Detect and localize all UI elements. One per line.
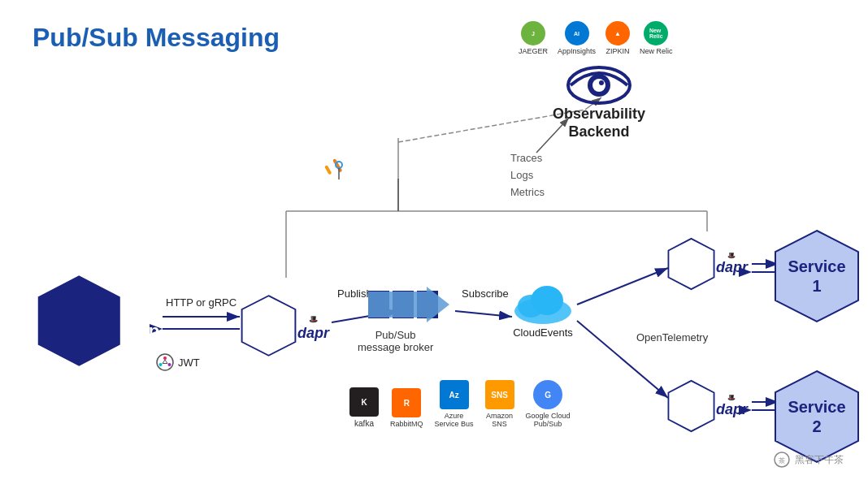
svg-marker-35	[668, 239, 714, 289]
svg-marker-30	[242, 296, 296, 356]
svg-line-7	[577, 268, 668, 305]
dapr-center-shape	[240, 276, 297, 375]
broker-arrow-container	[368, 287, 449, 326]
service2-hex: Service2	[772, 368, 861, 465]
service2-label: Service2	[788, 398, 845, 435]
svg-line-27	[163, 360, 165, 364]
brand-rabbitmq: R RabbitMQ	[390, 388, 423, 428]
broker-text: Pub/Submessage broker	[358, 329, 433, 353]
broker-arrow-svg	[368, 287, 449, 322]
dapr-top-shape	[666, 219, 716, 309]
svg-marker-31	[368, 287, 449, 322]
brand-azure-service-bus: Az AzureService Bus	[435, 380, 474, 428]
metrics-label: Metrics	[510, 184, 545, 201]
jwt-label: JWT	[178, 357, 200, 369]
your-app-hex: YourApp	[36, 252, 162, 390]
cloud-events-label: CloudEvents	[513, 326, 573, 339]
svg-point-26	[168, 363, 171, 366]
brand-zipkin: ▲ ZIPKIN	[605, 21, 630, 55]
logs-label: Logs	[510, 167, 545, 184]
eye-icon	[566, 57, 631, 106]
http-grpc-label: HTTP or gRPC	[166, 296, 237, 309]
svg-point-24	[163, 357, 167, 360]
dapr-top-label: dapr	[716, 259, 748, 275]
your-app-label: YourApp	[123, 300, 162, 343]
brand-appinsights: AI AppInsights	[558, 21, 596, 55]
dapr-bot-label: dapr	[716, 401, 748, 417]
brand-kafka: K kafka	[349, 387, 379, 428]
telescope-icon	[321, 158, 345, 183]
subscribe-label: Subscribe	[462, 287, 509, 300]
svg-point-34	[531, 286, 563, 315]
brand-jaeger: J JAEGER	[519, 21, 548, 55]
watermark: 茶 黑客下午茶	[774, 452, 844, 468]
svg-point-41	[592, 79, 605, 92]
traces-label: Traces	[510, 150, 545, 167]
top-brands: J JAEGER AI AppInsights ▲ ZIPKIN NewReli…	[519, 21, 673, 55]
obs-title: ObservabilityBackend	[553, 106, 645, 140]
jwt-badge: JWT	[156, 353, 200, 371]
watermark-text: 黑客下午茶	[795, 453, 844, 467]
service1-label: Service1	[788, 257, 845, 295]
dapr-bot-hex: 🎩 dapr	[666, 361, 748, 451]
svg-marker-22	[38, 276, 119, 365]
svg-rect-43	[332, 158, 342, 173]
svg-marker-36	[668, 381, 714, 431]
opentelemetry-container: OpenTelemetry	[321, 158, 345, 183]
jwt-icon	[156, 353, 174, 371]
bottom-brands: K kafka R RabbitMQ Az AzureService Bus S…	[349, 380, 571, 428]
svg-rect-44	[324, 165, 332, 175]
opentelemetry-label: OpenTelemetry	[636, 331, 708, 344]
dapr-center-hex: 🎩 dapr	[240, 276, 329, 375]
svg-line-6	[455, 311, 512, 317]
svg-point-42	[599, 80, 604, 85]
cloud-events-container: CloudEvents	[510, 280, 575, 339]
observability-backend: ObservabilityBackend	[553, 57, 645, 140]
dapr-bot-shape	[666, 361, 716, 451]
watermark-icon: 茶	[774, 452, 790, 468]
svg-text:茶: 茶	[779, 457, 785, 465]
svg-line-28	[165, 360, 167, 364]
brand-newrelic: NewRelic New Relic	[640, 21, 673, 55]
page-title: Pub/Sub Messaging	[33, 23, 280, 53]
brand-amazon-sns: SNS AmazonSNS	[485, 380, 514, 428]
dapr-top-hex: 🎩 dapr	[666, 219, 748, 309]
brand-google-pubsub: G Google CloudPub/Sub	[526, 380, 571, 428]
your-app-hex-shape	[36, 252, 123, 390]
svg-point-25	[159, 363, 163, 366]
dapr-center-label: dapr	[297, 325, 329, 341]
service1-hex: Service1	[772, 227, 861, 325]
cloud-events-icon	[510, 280, 575, 325]
publish-label: Publish	[337, 287, 372, 300]
traces-logs-metrics: Traces Logs Metrics	[510, 150, 545, 201]
diagram: Pub/Sub Messaging	[0, 0, 868, 484]
